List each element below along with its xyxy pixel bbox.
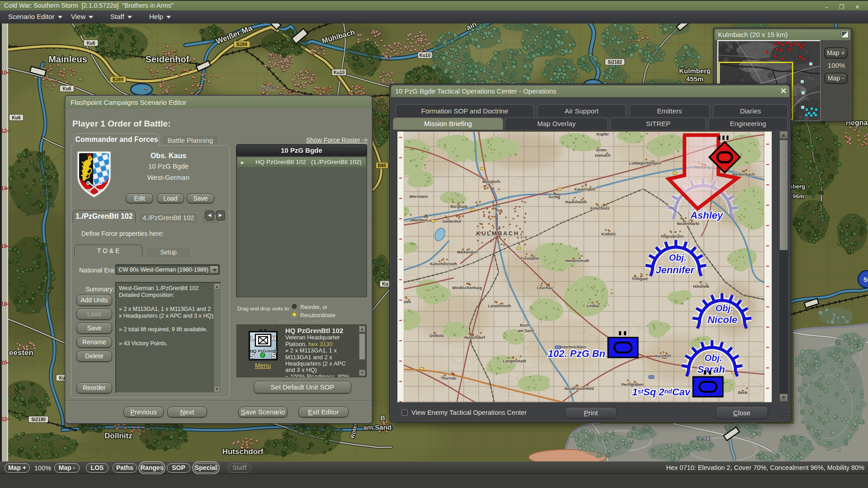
- svg-text:Jennifer: Jennifer: [656, 264, 695, 276]
- svg-text:S: S: [271, 352, 276, 360]
- svg-text:L: L: [250, 334, 255, 342]
- svg-text:Obj.: Obj.: [716, 303, 733, 313]
- svg-text:5: 5: [250, 352, 255, 360]
- svg-text:Obj.: Obj.: [669, 253, 687, 263]
- svg-text:Nicole: Nicole: [708, 314, 737, 325]
- svg-text:H: H: [271, 334, 276, 342]
- svg-text:102. PzG Bn: 102. PzG Bn: [548, 348, 605, 359]
- svg-text:Obj.: Obj.: [705, 353, 722, 363]
- svg-text:Ashley: Ashley: [690, 210, 724, 221]
